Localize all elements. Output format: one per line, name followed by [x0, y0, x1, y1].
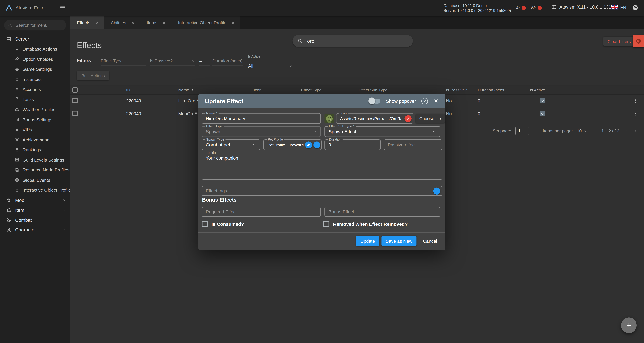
spawn-type-select[interactable]: Spawn Type Combat pet	[202, 139, 260, 150]
sidebar-item-bonus-settings[interactable]: Bonus Settings	[0, 115, 70, 125]
effect-type-filter[interactable]: Effect Type	[101, 55, 146, 66]
tooltip-textarea[interactable]: Your companion	[206, 155, 438, 179]
tab-abilities[interactable]: Abilities	[104, 16, 140, 29]
row-menu-button[interactable]	[633, 98, 639, 104]
tab-effects[interactable]: Effects	[70, 16, 104, 29]
name-input[interactable]	[206, 116, 317, 121]
tab-interactive-object-profile[interactable]: Interactive Object Profile	[172, 16, 240, 29]
duration-field[interactable]: Duration	[324, 139, 381, 150]
duration-operator-filter[interactable]: =	[199, 55, 210, 66]
sidebar-item-achievements[interactable]: Achievements	[0, 135, 70, 145]
sidebar-item-global-events[interactable]: Global Events	[0, 175, 70, 185]
clear-filters-button[interactable]: Clear Filters	[604, 37, 635, 46]
is-consumed-checkbox[interactable]: Is Consumed?	[202, 221, 244, 227]
checkbox[interactable]	[202, 221, 208, 227]
previous-page-button[interactable]	[624, 128, 629, 134]
tab-close-button[interactable]	[131, 21, 135, 25]
sidebar-item-database-actions[interactable]: Database Actions	[0, 44, 70, 54]
sidebar-item-accounts[interactable]: Accounts	[0, 84, 70, 94]
choose-file-button[interactable]: Choose file	[416, 114, 444, 123]
removed-when-effect-removed-checkbox[interactable]: Removed when Effect Removed?	[323, 221, 408, 227]
required-effect-input[interactable]	[206, 209, 317, 214]
is-active-checkbox[interactable]	[540, 110, 545, 116]
tab-close-button[interactable]	[162, 21, 166, 25]
passive-effect-input[interactable]	[388, 142, 438, 147]
sidebar-item-instances[interactable]: Instances	[0, 74, 70, 84]
name-field[interactable]: Name *	[202, 113, 321, 124]
icon-field[interactable]: Icon	[336, 113, 413, 124]
header-cell-is-passive[interactable]: Is Passive?	[442, 88, 474, 92]
effects-search[interactable]	[292, 35, 413, 47]
duration-filter[interactable]: Duration (secs)	[212, 55, 243, 66]
add-pet-profile-button[interactable]	[313, 141, 320, 148]
bonus-effect-field[interactable]	[324, 207, 440, 217]
is-active-checkbox[interactable]	[540, 98, 545, 103]
help-icon[interactable]	[422, 98, 428, 104]
sidebar-section-server[interactable]: Server	[0, 34, 70, 44]
sidebar-section-mob[interactable]: Mob	[0, 195, 70, 205]
sidebar-item-vips[interactable]: VIPs	[0, 125, 70, 135]
header-cell-name[interactable]: Name	[174, 88, 250, 92]
modal-close-button[interactable]	[433, 98, 439, 104]
pet-profile-input[interactable]	[267, 142, 304, 147]
effect-sub-type-select[interactable]: Effect Sub Type * Spawn Effect	[324, 126, 440, 137]
select-all-checkbox[interactable]	[72, 87, 78, 93]
effects-search-input[interactable]	[306, 38, 408, 44]
edit-pet-profile-button[interactable]	[305, 141, 312, 148]
tab-close-button[interactable]	[231, 21, 235, 25]
items-per-page-select[interactable]: 10	[577, 128, 588, 133]
required-effect-field[interactable]	[202, 207, 321, 217]
is-passive-filter[interactable]: Is Passive?	[150, 55, 195, 66]
effect-tags-input[interactable]	[206, 188, 433, 193]
save-as-new-button[interactable]: Save as New	[382, 236, 416, 246]
set-page-input[interactable]	[515, 127, 529, 135]
duration-input[interactable]	[329, 142, 377, 147]
bonus-effect-input[interactable]	[329, 209, 436, 214]
grid-settings-button[interactable]	[633, 35, 644, 47]
header-cell-is-active[interactable]: Is Active	[526, 88, 628, 92]
version-selector[interactable]: Atavism X.11 - 10.0.1.131	[551, 4, 618, 10]
bulk-actions-button[interactable]: Bulk Actions	[77, 71, 110, 80]
effect-tags-field[interactable]	[202, 186, 442, 196]
tab-close-button[interactable]	[95, 21, 99, 25]
menu-toggle-button[interactable]	[60, 5, 66, 13]
header-cell-id[interactable]: ID	[122, 88, 174, 92]
passive-effect-field[interactable]	[384, 139, 442, 150]
icon-path-input[interactable]	[340, 116, 404, 121]
sidebar-search[interactable]	[4, 20, 66, 31]
is-active-filter[interactable]: Is Active All	[248, 60, 292, 70]
tab-items[interactable]: Items	[140, 16, 172, 29]
pet-profile-field[interactable]: Pet Profile	[263, 139, 322, 150]
language-selector[interactable]: EN	[611, 5, 626, 10]
header-cell-effect-type[interactable]: Effect Type	[297, 88, 354, 92]
clear-icon-button[interactable]	[404, 115, 412, 122]
checkbox[interactable]	[323, 221, 330, 227]
next-page-button[interactable]	[633, 128, 638, 134]
sidebar-item-option-choices[interactable]: Option Choices	[0, 54, 70, 64]
sidebar-search-input[interactable]	[15, 22, 62, 28]
cancel-button[interactable]: Cancel	[419, 236, 441, 246]
sidebar-item-guild-levels-settings[interactable]: Guild Levels Settings	[0, 155, 70, 165]
sidebar-item-rankings[interactable]: Rankings	[0, 145, 70, 155]
tooltip-field[interactable]: Tooltip Your companion	[202, 153, 442, 180]
sidebar-item-tasks[interactable]: Tasks	[0, 94, 70, 105]
row-menu-button[interactable]	[633, 111, 639, 116]
header-cell-icon[interactable]: Icon	[250, 88, 297, 92]
update-button[interactable]: Update	[356, 236, 379, 246]
sidebar-item-weather-profiles[interactable]: Weather Profiles	[0, 105, 70, 115]
header-cell-effect-sub-type[interactable]: Effect Sub Type	[354, 88, 442, 92]
show-popover-toggle[interactable]	[370, 98, 380, 103]
add-effect-button[interactable]	[621, 317, 636, 333]
sidebar-section-combat[interactable]: Combat	[0, 215, 70, 225]
header-cell-duration-secs[interactable]: Duration (secs)	[474, 88, 526, 92]
add-effect-tag-button[interactable]	[433, 187, 440, 194]
settings-button[interactable]	[632, 4, 639, 13]
row-checkbox[interactable]	[72, 110, 78, 116]
sidebar-section-character[interactable]: Character	[0, 225, 70, 235]
effect-type-select[interactable]: Effect Type Spawn	[202, 126, 321, 137]
row-checkbox[interactable]	[72, 98, 78, 103]
sidebar-item-interactive-object-profile[interactable]: Interactive Object Profile	[0, 185, 70, 195]
sidebar-item-game-settings[interactable]: Game Settings	[0, 64, 70, 74]
sidebar-section-item[interactable]: Item	[0, 205, 70, 215]
sidebar-item-resource-node-profiles[interactable]: Resource Node Profiles	[0, 165, 70, 175]
